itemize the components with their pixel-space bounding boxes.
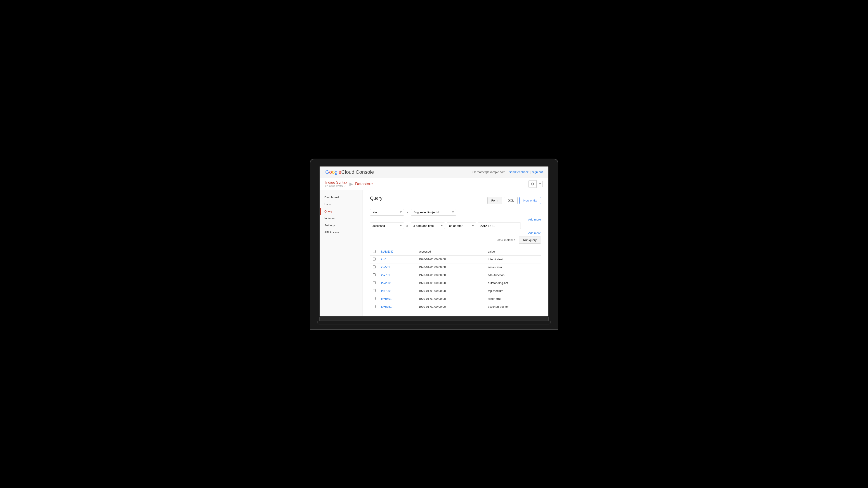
breadcrumb-bar: Indigo Syntax x2-indigo-syntax-7 ▶ Datas… [320,178,548,190]
row-id-link-4[interactable]: id=7001 [381,289,392,293]
row-id-cell: id=8501 [378,295,416,303]
filter1-field-select[interactable]: Kind [370,209,404,216]
filter1-operator-label: is [406,210,409,214]
row-accessed-cell: 1970-01-01 00:00:00 [416,303,485,311]
filter-row-1: Kind is SuggestedProjectId [370,209,541,216]
run-query-row: 2357 matches Run query [370,236,541,243]
row-id-link-2[interactable]: id=751 [381,273,390,277]
breadcrumb-section: Datastore [355,182,373,186]
laptop-wrapper: Google Cloud Console username@example.co… [310,159,558,330]
page-title: Query [370,196,382,201]
run-query-button[interactable]: Run query [519,236,541,243]
breadcrumb-project[interactable]: Indigo Syntax x2-indigo-syntax-7 [325,181,347,187]
laptop-base [317,321,551,324]
user-email: username@example.com [472,170,505,174]
select-all-checkbox[interactable] [373,250,376,253]
row-checkbox-cell [370,263,378,271]
row-id-link-5[interactable]: id=8501 [381,297,392,300]
filter2-field-select[interactable]: accessed [370,223,404,229]
table-col-accessed: accessed [416,248,485,256]
query-buttons: Form GQL New entity [487,197,541,204]
filter2-date-input[interactable] [478,223,521,229]
send-feedback-link[interactable]: Send feedback [509,170,528,174]
gql-button[interactable]: GQL [504,197,518,204]
table-col-value: value [485,248,541,256]
row-value-cell: silken-trail [485,295,541,303]
row-id-link-0[interactable]: id=1 [381,258,387,261]
add-more-link-1[interactable]: Add more [370,218,541,221]
row-accessed-cell: 1970-01-01 00:00:00 [416,271,485,279]
sign-out-link[interactable]: Sign out [532,170,543,174]
sidebar-item-settings[interactable]: Settings [320,222,363,229]
table-row: id=8501 1970-01-01 00:00:00 silken-trail [370,295,541,303]
row-id-cell: id=501 [378,263,416,271]
breadcrumb-arrow: ▶ [349,181,353,187]
filter2-range-select[interactable]: on or after [447,223,476,229]
row-value-cell: outstanding-bot [485,279,541,287]
table-row: id=751 1970-01-01 00:00:00 tidal-functio… [370,271,541,279]
row-value-cell: top-medium [485,287,541,295]
main-content: Dashboard Logs Query Indexes Settings AP… [320,190,548,316]
table-row: id=7001 1970-01-01 00:00:00 top-medium [370,287,541,295]
row-accessed-cell: 1970-01-01 00:00:00 [416,279,485,287]
top-bar: Google Cloud Console username@example.co… [320,166,548,178]
logo: Google Cloud Console [325,169,374,175]
table-row: id=1 1970-01-01 00:00:00 totemic-feat [370,255,541,263]
filter2-condition-select[interactable]: a date and time [411,223,445,229]
row-checkbox-cell [370,303,378,311]
logo-google: Google [325,169,341,175]
filter1-value-select[interactable]: SuggestedProjectId [411,209,456,216]
row-accessed-cell: 1970-01-01 00:00:00 [416,287,485,295]
row-id-link-6[interactable]: id=8751 [381,305,392,308]
form-button[interactable]: Form [487,197,502,204]
logo-cloud-console-text: Cloud Console [341,169,374,175]
row-checkbox-3[interactable] [373,281,376,284]
row-checkbox-0[interactable] [373,258,376,260]
gear-button[interactable]: ⚙ [528,180,537,188]
breadcrumb-left: Indigo Syntax x2-indigo-syntax-7 ▶ Datas… [325,181,373,187]
data-table: NAME/ID accessed value id=1 1970-01-01 0… [370,248,541,311]
sidebar-item-indexes[interactable]: Indexes [320,215,363,222]
row-checkbox-2[interactable] [373,273,376,276]
row-id-cell: id=2501 [378,279,416,287]
row-checkbox-1[interactable] [373,265,376,268]
row-value-cell: tidal-function [485,271,541,279]
row-id-link-1[interactable]: id=501 [381,265,390,269]
matches-text: 2357 matches [497,238,515,242]
laptop-bottom [319,317,549,321]
row-id-cell: id=751 [378,271,416,279]
sidebar-item-api-access[interactable]: API Access [320,229,363,236]
row-accessed-cell: 1970-01-01 00:00:00 [416,295,485,303]
row-id-cell: id=8751 [378,303,416,311]
sidebar: Dashboard Logs Query Indexes Settings AP… [320,190,363,316]
row-value-cell: totemic-feat [485,255,541,263]
row-id-link-3[interactable]: id=2501 [381,281,392,285]
sidebar-item-logs[interactable]: Logs [320,201,363,208]
sidebar-item-query[interactable]: Query [320,208,363,215]
row-accessed-cell: 1970-01-01 00:00:00 [416,255,485,263]
row-id-cell: id=1 [378,255,416,263]
row-checkbox-cell [370,279,378,287]
dropdown-button[interactable]: ▾ [537,181,543,187]
filter-row-2: accessed is a date and time on or after [370,223,541,229]
row-value-cell: psyched-pointer [485,303,541,311]
sidebar-item-dashboard[interactable]: Dashboard [320,194,363,201]
table-col-name: NAME/ID [378,248,416,256]
row-checkbox-6[interactable] [373,305,376,308]
row-checkbox-cell [370,295,378,303]
table-row: id=501 1970-01-01 00:00:00 sonic-tesla [370,263,541,271]
breadcrumb-right: ⚙ ▾ [528,180,543,188]
row-checkbox-cell [370,255,378,263]
row-checkbox-4[interactable] [373,289,376,292]
row-accessed-cell: 1970-01-01 00:00:00 [416,263,485,271]
screen: Google Cloud Console username@example.co… [319,166,549,317]
row-checkbox-cell [370,271,378,279]
add-more-link-2[interactable]: Add more [370,231,541,235]
content-area: Query Form GQL New entity Kind is Sugges… [363,190,548,316]
row-checkbox-cell [370,287,378,295]
new-entity-button[interactable]: New entity [520,197,541,204]
row-checkbox-5[interactable] [373,297,376,300]
table-row: id=8751 1970-01-01 00:00:00 psyched-poin… [370,303,541,311]
table-row: id=2501 1970-01-01 00:00:00 outstanding-… [370,279,541,287]
row-id-cell: id=7001 [378,287,416,295]
